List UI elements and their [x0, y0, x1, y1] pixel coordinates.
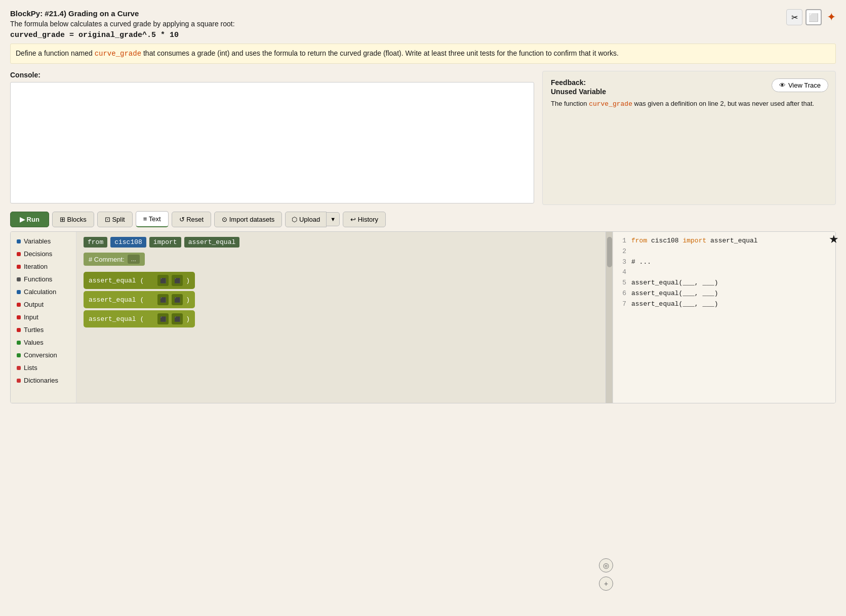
- sidebar-item-functions[interactable]: Functions: [11, 273, 76, 285]
- puzzle-icon-3a[interactable]: ⬛: [157, 313, 169, 324]
- comment-block[interactable]: # Comment: ...: [84, 253, 145, 266]
- feedback-text-before: The function: [551, 100, 589, 107]
- blocks-button[interactable]: ⊞ Blocks: [52, 212, 94, 227]
- input-dot: [17, 315, 21, 319]
- reset-button[interactable]: ↺ Reset: [172, 212, 212, 227]
- variables-dot: [17, 239, 21, 243]
- run-button[interactable]: ▶ Run: [10, 212, 49, 227]
- code-panel: 1 from cisc108 import assert_equal 2 3 #…: [613, 232, 835, 403]
- line-num-7: 7: [618, 299, 626, 310]
- view-trace-label: View Trace: [788, 81, 821, 89]
- code-line-2: 2: [618, 247, 830, 257]
- upload-dropdown-button[interactable]: ▼: [327, 212, 340, 226]
- sidebar-item-iteration[interactable]: Iteration: [11, 260, 76, 273]
- feedback-function-name: curve_grade: [589, 100, 632, 108]
- star-icon-top: ✦: [827, 11, 836, 24]
- split-button[interactable]: ⊡ Split: [97, 212, 133, 227]
- line-num-1: 1: [618, 236, 626, 247]
- vertical-scrollbar[interactable]: [606, 232, 613, 403]
- assert-label-1: assert_equal (: [89, 277, 154, 284]
- code-line-5: 5 assert_equal(___, ___): [618, 278, 830, 289]
- sidebar-item-conversion[interactable]: Conversion: [11, 349, 76, 361]
- square-button[interactable]: ⬜: [805, 9, 822, 25]
- sidebar-label-functions: Functions: [24, 275, 52, 283]
- comment-value: ...: [128, 255, 140, 264]
- import-datasets-button[interactable]: ⊙ Import datasets: [214, 212, 282, 227]
- puzzle-icon-3b[interactable]: ⬛: [172, 313, 183, 324]
- sidebar-label-turtles: Turtles: [24, 326, 44, 334]
- function-name-highlight: curve_grade: [95, 50, 141, 58]
- line-num-6: 6: [618, 289, 626, 299]
- sidebar-item-calculation[interactable]: Calculation: [11, 285, 76, 298]
- text-button[interactable]: ≡ Text: [136, 211, 169, 227]
- description: Define a function named curve_grade that…: [10, 44, 836, 64]
- sidebar-item-input[interactable]: Input: [11, 311, 76, 323]
- sidebar-item-dictionaries[interactable]: Dictionaries: [11, 374, 76, 387]
- sidebar-label-variables: Variables: [24, 237, 51, 245]
- blocks-area: from cisc108 import assert_equal # Comme…: [76, 232, 606, 403]
- functions-dot: [17, 277, 21, 281]
- puzzle-icon-1b[interactable]: ⬛: [172, 275, 183, 286]
- code-line-1: 1 from cisc108 import assert_equal: [618, 236, 830, 247]
- code-content-3: # ...: [631, 257, 651, 268]
- lists-dot: [17, 366, 21, 370]
- assert-block-2[interactable]: assert_equal ( ⬛ ⬛ ): [84, 291, 195, 308]
- dictionaries-dot: [17, 379, 21, 383]
- assert-label-3: assert_equal (: [89, 315, 154, 323]
- sidebar-item-turtles[interactable]: Turtles: [11, 323, 76, 336]
- page-title: BlockPy: #21.4) Grading on a Curve: [10, 9, 836, 18]
- sidebar-item-lists[interactable]: Lists: [11, 361, 76, 374]
- description-before: Define a function named: [16, 49, 95, 57]
- line-num-2: 2: [618, 247, 626, 257]
- subtitle: The formula below calculates a curved gr…: [10, 20, 836, 28]
- formula: curved_grade = original_grade^.5 * 10: [10, 31, 836, 39]
- values-dot: [17, 341, 21, 345]
- assert-paren-1: ): [186, 277, 190, 284]
- header-section: BlockPy: #21.4) Grading on a Curve The f…: [10, 9, 836, 64]
- line-num-5: 5: [618, 278, 626, 289]
- import-block: from cisc108 import assert_equal: [84, 237, 598, 248]
- feedback-text-after: was given a definition on line 2, but wa…: [632, 100, 814, 107]
- code-content-5: assert_equal(___, ___): [631, 278, 718, 289]
- sidebar-item-variables[interactable]: Variables: [11, 235, 76, 248]
- upload-button[interactable]: ⬡ Upload: [285, 212, 327, 227]
- toolbar: ▶ Run ⊞ Blocks ⊡ Split ≡ Text ↺ Reset ⊙ …: [10, 211, 836, 227]
- import-keyword: import: [149, 237, 181, 248]
- view-trace-button[interactable]: 👁 View Trace: [772, 78, 828, 92]
- sidebar-label-conversion: Conversion: [24, 351, 57, 359]
- editor-area: Variables Decisions Iteration Functions …: [10, 231, 836, 403]
- turtles-dot: [17, 328, 21, 332]
- assert-block-1[interactable]: assert_equal ( ⬛ ⬛ ): [84, 272, 195, 289]
- sidebar-label-lists: Lists: [24, 364, 37, 372]
- sidebar-label-input: Input: [24, 313, 38, 321]
- sidebar-item-values[interactable]: Values: [11, 336, 76, 349]
- puzzle-icon-2b[interactable]: ⬛: [172, 294, 183, 305]
- line-num-3: 3: [618, 257, 626, 268]
- puzzle-icon-2a[interactable]: ⬛: [157, 294, 169, 305]
- feedback-panel: 👁 View Trace Feedback: Unused Variable T…: [542, 71, 836, 205]
- console-input[interactable]: [10, 82, 534, 203]
- assert-paren-2: ): [186, 296, 190, 304]
- code-line-7: 7 assert_equal(___, ___): [618, 299, 830, 310]
- code-line-4: 4: [618, 267, 830, 278]
- feedback-text: The function curve_grade was given a def…: [551, 99, 827, 109]
- left-panel: Console:: [10, 71, 534, 205]
- puzzle-icon-1a[interactable]: ⬛: [157, 275, 169, 286]
- comment-label: # Comment:: [89, 256, 125, 263]
- code-content-1: from cisc108 import assert_equal: [631, 236, 758, 247]
- sidebar-item-output[interactable]: Output: [11, 298, 76, 311]
- code-line-6: 6 assert_equal(___, ___): [618, 289, 830, 299]
- assert-block-3[interactable]: assert_equal ( ⬛ ⬛ ): [84, 310, 195, 327]
- eye-icon: 👁: [779, 81, 786, 89]
- history-button[interactable]: ↩ History: [343, 212, 386, 227]
- calculation-dot: [17, 290, 21, 294]
- conversion-dot: [17, 353, 21, 357]
- assert-paren-3: ): [186, 315, 190, 323]
- main-container: ✂ ⬜ ✦ BlockPy: #21.4) Grading on a Curve…: [0, 0, 846, 616]
- code-content-6: assert_equal(___, ___): [631, 289, 718, 299]
- sidebar-item-decisions[interactable]: Decisions: [11, 248, 76, 260]
- scissors-button[interactable]: ✂: [786, 9, 802, 25]
- assert-label-2: assert_equal (: [89, 296, 154, 304]
- star-icon: ★: [829, 233, 839, 246]
- description-after: that consumes a grade (int) and uses the…: [141, 49, 619, 57]
